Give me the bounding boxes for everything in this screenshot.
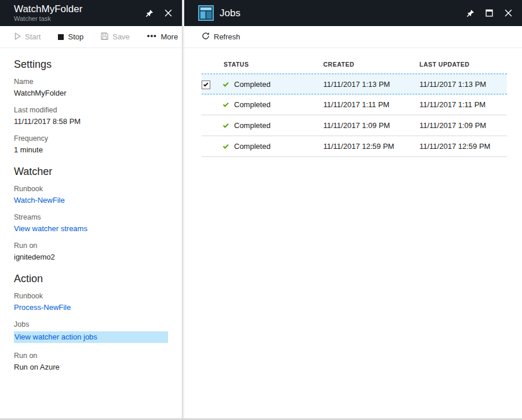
view-watcher-streams-link[interactable]: View watcher streams <box>14 224 168 233</box>
field-action-runbook: Runbook Process-NewFile <box>14 292 168 312</box>
pin-icon[interactable] <box>466 9 474 17</box>
success-check-icon <box>223 143 229 149</box>
section-heading: Action <box>14 273 168 285</box>
table-row[interactable]: Completed 11/11/2017 1:09 PM 11/11/2017 … <box>202 115 507 136</box>
close-icon[interactable] <box>164 9 173 17</box>
pin-icon[interactable] <box>145 9 154 17</box>
watcher-blade-header: WatchMyFolder Watcher task <box>0 0 182 26</box>
created-cell: 11/11/2017 12:59 PM <box>323 142 419 151</box>
field-label: Runbook <box>14 185 168 193</box>
blade-subtitle: Watcher task <box>14 15 82 23</box>
watcher-title-wrap: WatchMyFolder Watcher task <box>14 3 82 23</box>
maximize-icon[interactable] <box>485 9 494 17</box>
close-icon[interactable] <box>504 9 513 17</box>
jobs-blade: Jobs Refresh STATUS <box>184 0 522 418</box>
start-button[interactable]: Start <box>14 32 41 42</box>
more-button[interactable]: ••• More <box>147 32 178 41</box>
field-frequency: Frequency 1 minute <box>14 134 168 154</box>
field-last-modified: Last modified 11/11/2017 8:58 PM <box>14 106 168 126</box>
jobs-header-icons <box>466 9 513 17</box>
blade-title: Jobs <box>220 8 240 19</box>
success-check-icon <box>223 122 229 128</box>
field-value: ignitedemo2 <box>14 253 168 261</box>
field-value: 1 minute <box>14 145 168 154</box>
jobs-table: STATUS CREATED LAST UPDATED Completed 11… <box>202 55 507 157</box>
field-watcher-run-on: Run on ignitedemo2 <box>14 242 168 261</box>
play-icon <box>14 32 21 42</box>
field-value: WatchMyFolder <box>14 89 168 97</box>
updated-cell: 11/11/2017 1:11 PM <box>419 100 507 109</box>
row-checkbox[interactable] <box>202 81 210 89</box>
updated-cell: 11/11/2017 1:13 PM <box>419 80 507 89</box>
field-streams: Streams View watcher streams <box>14 213 168 233</box>
view-watcher-action-jobs-link[interactable]: View watcher action jobs <box>14 331 168 343</box>
field-action-run-on: Run on Run on Azure <box>14 352 168 371</box>
field-label: Jobs <box>14 320 168 328</box>
process-newfile-link[interactable]: Process-NewFile <box>14 303 168 312</box>
status-cell: Completed <box>224 80 323 89</box>
field-label: Runbook <box>14 292 168 300</box>
column-header-last-updated: LAST UPDATED <box>419 61 507 68</box>
refresh-icon <box>202 32 210 42</box>
created-cell: 11/11/2017 1:11 PM <box>323 100 419 109</box>
azure-portal-blades: WatchMyFolder Watcher task Start Stop <box>0 0 522 420</box>
section-watcher: Watcher Runbook Watch-NewFile Streams Vi… <box>14 166 168 261</box>
field-value: Run on Azure <box>14 363 168 371</box>
field-label: Run on <box>14 352 168 360</box>
created-cell: 11/11/2017 1:09 PM <box>323 121 419 130</box>
column-header-created: CREATED <box>323 61 419 68</box>
save-icon <box>101 32 108 42</box>
status-cell: Completed <box>224 121 323 130</box>
field-name: Name WatchMyFolder <box>14 78 168 97</box>
watcher-header-icons <box>145 9 173 17</box>
field-jobs: Jobs View watcher action jobs <box>14 320 168 343</box>
table-row[interactable]: Completed 11/11/2017 1:13 PM 11/11/2017 … <box>202 74 507 94</box>
success-check-icon <box>223 81 229 86</box>
jobs-blade-icon <box>198 5 214 21</box>
watcher-details: Settings Name WatchMyFolder Last modifie… <box>0 48 182 393</box>
field-watcher-runbook: Runbook Watch-NewFile <box>14 185 168 204</box>
section-settings: Settings Name WatchMyFolder Last modifie… <box>14 59 168 154</box>
checkmark-icon <box>203 82 208 86</box>
table-header-row: STATUS CREATED LAST UPDATED <box>202 55 507 74</box>
field-label: Frequency <box>14 134 168 143</box>
section-heading: Watcher <box>14 166 168 178</box>
status-cell: Completed <box>224 142 323 151</box>
watch-newfile-link[interactable]: Watch-NewFile <box>14 196 168 204</box>
field-label: Run on <box>14 242 168 250</box>
field-label: Name <box>14 78 168 86</box>
blade-title: WatchMyFolder <box>14 3 82 15</box>
table-row[interactable]: Completed 11/11/2017 12:59 PM 11/11/2017… <box>202 136 507 157</box>
success-check-icon <box>223 101 229 107</box>
created-cell: 11/11/2017 1:13 PM <box>323 80 419 89</box>
status-cell: Completed <box>224 100 323 109</box>
watcher-toolbar: Start Stop Save ••• More <box>0 26 182 48</box>
updated-cell: 11/11/2017 1:09 PM <box>419 121 507 130</box>
refresh-button[interactable]: Refresh <box>202 32 240 42</box>
watcher-blade: WatchMyFolder Watcher task Start Stop <box>0 0 182 418</box>
stop-button[interactable]: Stop <box>58 32 83 41</box>
table-row[interactable]: Completed 11/11/2017 1:11 PM 11/11/2017 … <box>202 94 507 115</box>
stop-icon <box>58 34 64 40</box>
more-icon: ••• <box>147 31 157 40</box>
column-header-status: STATUS <box>224 61 323 68</box>
save-button[interactable]: Save <box>101 32 130 42</box>
jobs-toolbar: Refresh <box>184 26 522 48</box>
updated-cell: 11/11/2017 12:59 PM <box>419 142 507 151</box>
field-value: 11/11/2017 8:58 PM <box>14 117 168 126</box>
jobs-blade-header: Jobs <box>184 0 522 26</box>
section-action: Action Runbook Process-NewFile Jobs View… <box>14 273 168 371</box>
section-heading: Settings <box>14 59 168 71</box>
field-label: Streams <box>14 213 168 221</box>
field-label: Last modified <box>14 106 168 114</box>
